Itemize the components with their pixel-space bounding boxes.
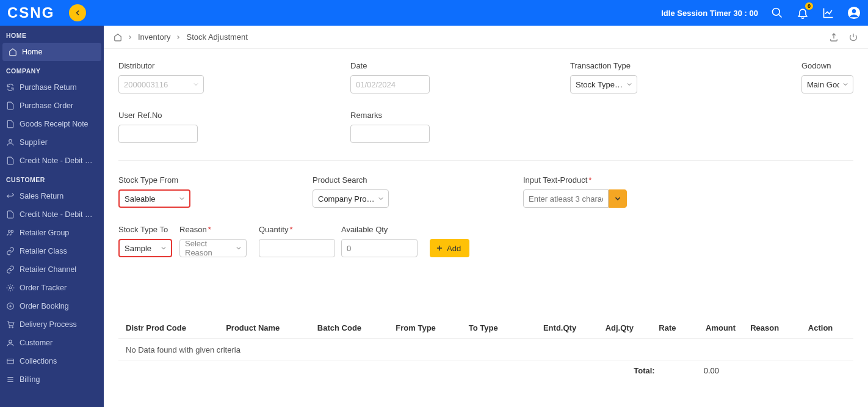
home-icon: [9, 48, 17, 56]
breadcrumb-level1[interactable]: Inventory: [138, 32, 170, 42]
idle-session-timer: Idle Session Timer 30 : 00: [661, 9, 758, 18]
sidebar-item-retailer-channel[interactable]: Retailer Channel: [0, 260, 104, 279]
col-product-name[interactable]: Product Name: [219, 317, 310, 339]
svg-rect-12: [7, 359, 14, 364]
document-icon: [6, 101, 15, 110]
user-menu-button[interactable]: [847, 6, 861, 20]
input-text-product-input[interactable]: [523, 189, 609, 208]
add-button[interactable]: Add: [430, 239, 469, 257]
date-input[interactable]: [350, 75, 430, 94]
search-button[interactable]: [770, 6, 784, 20]
analytics-button[interactable]: [822, 6, 835, 20]
notifications-button[interactable]: 0: [796, 6, 809, 20]
col-from-type[interactable]: From Type: [388, 317, 461, 339]
document-icon: [6, 156, 15, 165]
cart-icon: [6, 320, 15, 329]
col-batch-code[interactable]: Batch Code: [310, 317, 388, 339]
col-action[interactable]: Action: [801, 317, 853, 339]
home-icon[interactable]: [114, 33, 122, 42]
stock-type-from-select[interactable]: Saleable: [118, 189, 190, 208]
sidebar-collapse-button[interactable]: [69, 4, 86, 21]
sidebar-item-sales-return[interactable]: Sales Return: [0, 187, 104, 205]
divider: [118, 160, 853, 161]
sidebar-item-retailer-class[interactable]: Retailer Class: [0, 242, 104, 260]
col-amount[interactable]: Amount: [684, 317, 743, 339]
sidebar-item-order-tracker[interactable]: Order Tracker: [0, 279, 104, 297]
upload-icon[interactable]: [829, 32, 839, 42]
stock-type-from-label: Stock Type From: [118, 175, 190, 185]
wallet-icon: [6, 357, 15, 365]
top-bar: CSNG Idle Session Timer 30 : 00 0: [0, 0, 868, 26]
sidebar-section-home: HOME: [0, 26, 104, 43]
list-icon: [6, 375, 15, 384]
chevron-down-icon: [613, 194, 622, 203]
link-icon: [6, 247, 15, 255]
sidebar-item-purchase-return[interactable]: Purchase Return: [0, 78, 104, 97]
transaction-type-select[interactable]: Stock Type Trans...: [570, 75, 637, 94]
sidebar-item-collections[interactable]: Collections: [0, 352, 104, 370]
breadcrumb-bar: Inventory Stock Adjustment: [104, 26, 868, 49]
quantity-label: Quantity*: [259, 225, 335, 234]
users-icon: [6, 229, 15, 237]
breadcrumb-actions: [829, 32, 858, 42]
chevron-right-icon: [127, 34, 133, 40]
distributor-label: Distributor: [118, 61, 204, 70]
col-adj-qty[interactable]: Adj.Qty: [584, 317, 641, 339]
distributor-select[interactable]: 2000003116: [118, 75, 204, 94]
user-icon: [6, 138, 15, 147]
sidebar-item-home[interactable]: Home: [2, 43, 101, 61]
power-icon[interactable]: [848, 32, 858, 42]
sidebar-section-customer: CUSTOMER: [0, 170, 104, 187]
main-content: Inventory Stock Adjustment Distributor 2…: [104, 26, 868, 407]
reason-label: Reason*: [179, 225, 247, 234]
available-qty-label: Available Qty: [341, 225, 418, 234]
godown-label: Godown: [801, 61, 853, 70]
svg-point-3: [852, 9, 856, 13]
remarks-input[interactable]: [350, 125, 430, 143]
sidebar-item-order-booking[interactable]: Order Booking: [0, 297, 104, 315]
product-search-button[interactable]: [609, 189, 627, 208]
table-total-row: Total: 0.00: [118, 361, 853, 380]
refresh-icon: [6, 83, 15, 92]
topbar-right: Idle Session Timer 30 : 00 0: [661, 6, 861, 20]
sidebar-item-supplier[interactable]: Supplier: [0, 133, 104, 152]
col-rate[interactable]: Rate: [641, 317, 684, 339]
breadcrumb-level2[interactable]: Stock Adjustment: [186, 32, 247, 42]
sidebar-item-purchase-order[interactable]: Purchase Order: [0, 97, 104, 115]
plus-circle-icon: [6, 302, 15, 310]
svg-point-4: [9, 139, 12, 142]
svg-point-9: [9, 327, 10, 328]
sidebar-item-customer[interactable]: Customer: [0, 334, 104, 352]
total-label: Total:: [634, 366, 654, 375]
available-qty-input[interactable]: [341, 239, 418, 257]
sidebar-item-billing[interactable]: Billing: [0, 370, 104, 389]
notification-badge: 0: [805, 2, 813, 10]
col-entd-qty[interactable]: Entd.Qty: [520, 317, 584, 339]
svg-point-6: [11, 230, 13, 233]
svg-point-10: [12, 327, 13, 328]
chevron-left-icon: [74, 9, 81, 16]
col-to-type[interactable]: To Type: [461, 317, 520, 339]
sidebar-item-retailer-group[interactable]: Retailer Group: [0, 224, 104, 242]
col-reason[interactable]: Reason: [743, 317, 801, 339]
sidebar[interactable]: HOME Home COMPANY Purchase Return Purcha…: [0, 26, 104, 407]
godown-select[interactable]: Main Godo...: [801, 75, 853, 94]
chevron-down-icon: [626, 81, 633, 88]
product-search-select[interactable]: Company Product c...: [313, 189, 389, 208]
user-ref-label: User Ref.No: [118, 111, 198, 120]
chevron-right-icon: [175, 34, 181, 40]
col-distr-prod-code[interactable]: Distr Prod Code: [118, 317, 219, 339]
sidebar-item-grn[interactable]: Goods Receipt Note: [0, 115, 104, 133]
stock-type-to-select[interactable]: Sample: [118, 239, 172, 257]
product-search-label: Product Search: [313, 175, 389, 185]
sidebar-item-delivery-process[interactable]: Delivery Process: [0, 315, 104, 334]
quantity-input[interactable]: [259, 239, 335, 257]
reason-select[interactable]: Select Reason: [179, 239, 247, 257]
document-icon: [6, 120, 15, 128]
transaction-type-label: Transaction Type: [570, 61, 637, 70]
user-icon: [6, 339, 15, 347]
user-ref-input[interactable]: [118, 125, 198, 143]
breadcrumb: Inventory Stock Adjustment: [114, 32, 248, 42]
sidebar-item-credit-debit-c[interactable]: Credit Note - Debit Note (...: [0, 205, 104, 224]
sidebar-item-credit-debit-s[interactable]: Credit Note - Debit Note (S...: [0, 152, 104, 170]
